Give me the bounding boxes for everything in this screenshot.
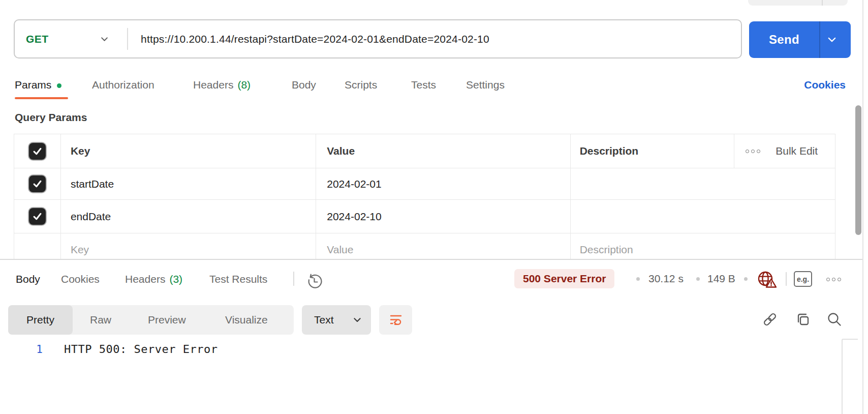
table-placeholder-row: Key Value Description bbox=[14, 233, 835, 259]
button-divider bbox=[822, 0, 823, 6]
response-tab-divider bbox=[293, 272, 294, 286]
url-input[interactable]: https://10.200.1.44/restapi?startDate=20… bbox=[141, 20, 489, 57]
tab-headers-label: Headers bbox=[193, 79, 233, 91]
green-dot-icon bbox=[57, 83, 61, 88]
meta-separator-dot bbox=[636, 277, 640, 281]
ellipsis-icon[interactable] bbox=[746, 150, 760, 153]
query-params-table: Key Value Description Bulk Edit startDat… bbox=[14, 134, 835, 259]
status-badge[interactable]: 500 Server Error bbox=[514, 269, 614, 288]
chevron-down-icon[interactable] bbox=[826, 34, 838, 45]
url-bar-divider bbox=[127, 28, 128, 50]
column-header-value: Value bbox=[327, 145, 355, 157]
column-header-key: Key bbox=[71, 145, 90, 157]
tab-settings[interactable]: Settings bbox=[466, 75, 505, 95]
select-all-checkbox[interactable] bbox=[29, 143, 46, 160]
bulk-edit-cell: Bulk Edit bbox=[734, 134, 835, 168]
column-header-description: Description bbox=[580, 145, 639, 157]
response-tab-body-label: Body bbox=[16, 273, 40, 285]
clipped-top-toolbar-button[interactable] bbox=[748, 0, 848, 6]
tab-settings-label: Settings bbox=[466, 79, 505, 91]
param-value-field[interactable]: 2024-02-10 bbox=[327, 211, 381, 223]
response-tab-body[interactable]: Body bbox=[16, 270, 40, 289]
response-tab-bar: Body Cookies Headers (3) Test Results bbox=[0, 270, 868, 289]
eg-label: e.g. bbox=[797, 275, 809, 283]
meta-separator-dot bbox=[744, 277, 748, 281]
table-header-row: Key Value Description Bulk Edit bbox=[14, 134, 835, 168]
query-params-title: Query Params bbox=[15, 111, 87, 124]
eg-icon[interactable]: e.g. bbox=[794, 271, 812, 287]
param-value-field[interactable]: 2024-02-01 bbox=[327, 178, 381, 190]
bulk-edit-button[interactable]: Bulk Edit bbox=[776, 145, 818, 157]
view-tab-preview[interactable]: Preview bbox=[148, 305, 186, 335]
response-tab-headers-label: Headers bbox=[125, 273, 165, 285]
response-view-switcher: Pretty Raw Preview Visualize bbox=[8, 305, 294, 335]
method-label: GET bbox=[26, 33, 49, 45]
row-checkbox[interactable] bbox=[29, 208, 46, 225]
copy-icon[interactable] bbox=[793, 310, 813, 329]
response-tab-test-results-label: Test Results bbox=[209, 273, 267, 285]
tab-body-label: Body bbox=[292, 79, 316, 91]
format-selector[interactable]: Text bbox=[302, 305, 371, 335]
tab-params[interactable]: Params bbox=[15, 75, 61, 95]
view-tab-visualize[interactable]: Visualize bbox=[225, 305, 268, 335]
ellipsis-icon[interactable] bbox=[826, 278, 841, 281]
tab-scripts-label: Scripts bbox=[345, 79, 377, 91]
vertical-scrollbar[interactable] bbox=[855, 105, 861, 235]
view-tab-raw[interactable]: Raw bbox=[90, 305, 111, 335]
tab-authorization[interactable]: Authorization bbox=[92, 75, 154, 95]
param-key-placeholder[interactable]: Key bbox=[71, 244, 89, 256]
response-body-text[interactable]: HTTP 500: Server Error bbox=[64, 343, 218, 356]
view-tab-visualize-label: Visualize bbox=[225, 314, 268, 326]
response-tab-test-results[interactable]: Test Results bbox=[209, 270, 267, 289]
postman-request-view: { "request_bar": { "method": "GET", "url… bbox=[0, 0, 868, 414]
tab-body[interactable]: Body bbox=[292, 75, 316, 95]
link-icon[interactable] bbox=[760, 310, 780, 329]
response-size[interactable]: 149 B bbox=[707, 270, 735, 288]
tab-authorization-label: Authorization bbox=[92, 79, 154, 91]
response-tab-cookies-label: Cookies bbox=[61, 273, 100, 285]
view-tab-preview-label: Preview bbox=[148, 314, 186, 326]
tab-tests-label: Tests bbox=[411, 79, 436, 91]
wrap-text-button[interactable] bbox=[379, 305, 412, 335]
request-url-bar: GET https://10.200.1.44/restapi?startDat… bbox=[14, 19, 742, 58]
meta-separator-dot bbox=[696, 277, 700, 281]
view-tab-raw-label: Raw bbox=[90, 314, 111, 326]
send-button-divider bbox=[819, 21, 820, 58]
view-tab-pretty-label: Pretty bbox=[26, 314, 54, 326]
active-tab-underline bbox=[15, 97, 68, 99]
response-tab-headers[interactable]: Headers (3) bbox=[125, 270, 182, 289]
chevron-down-icon[interactable] bbox=[100, 34, 109, 44]
tab-scripts[interactable]: Scripts bbox=[345, 75, 377, 95]
tab-tests[interactable]: Tests bbox=[411, 75, 436, 95]
response-time[interactable]: 30.12 s bbox=[648, 270, 684, 288]
pane-divider[interactable] bbox=[0, 259, 862, 260]
header-checkbox-cell bbox=[14, 134, 61, 168]
tab-params-label: Params bbox=[15, 79, 51, 91]
send-button[interactable]: Send bbox=[749, 21, 851, 58]
view-tab-pretty[interactable]: Pretty bbox=[8, 305, 73, 335]
response-tab-headers-count: (3) bbox=[169, 273, 182, 285]
meta-divider bbox=[786, 272, 787, 286]
row-checkbox[interactable] bbox=[29, 175, 46, 192]
param-key-field[interactable]: startDate bbox=[71, 178, 114, 190]
param-key-field[interactable]: endDate bbox=[71, 211, 111, 223]
param-value-placeholder[interactable]: Value bbox=[327, 244, 353, 256]
tab-headers[interactable]: Headers (8) bbox=[193, 75, 251, 95]
tab-headers-count: (8) bbox=[237, 79, 251, 91]
table-row: endDate 2024-02-10 bbox=[14, 200, 835, 233]
chevron-down-icon bbox=[352, 315, 362, 325]
cookies-link[interactable]: Cookies bbox=[804, 75, 846, 95]
search-icon[interactable] bbox=[825, 310, 844, 329]
response-tab-cookies[interactable]: Cookies bbox=[61, 270, 100, 289]
globe-warning-icon[interactable] bbox=[757, 269, 779, 289]
table-row: startDate 2024-02-01 bbox=[14, 168, 835, 200]
method-selector[interactable]: GET bbox=[26, 20, 49, 57]
format-selector-label: Text bbox=[314, 305, 334, 335]
param-description-placeholder[interactable]: Description bbox=[580, 244, 633, 256]
send-label: Send bbox=[749, 21, 819, 58]
bottom-right-panel-edge bbox=[842, 339, 858, 414]
wrap-text-icon bbox=[389, 313, 403, 327]
request-tab-bar: Params Authorization Headers (8) Body Sc… bbox=[0, 75, 868, 95]
window-right-border bbox=[862, 0, 863, 414]
history-clock-icon[interactable] bbox=[304, 272, 324, 291]
